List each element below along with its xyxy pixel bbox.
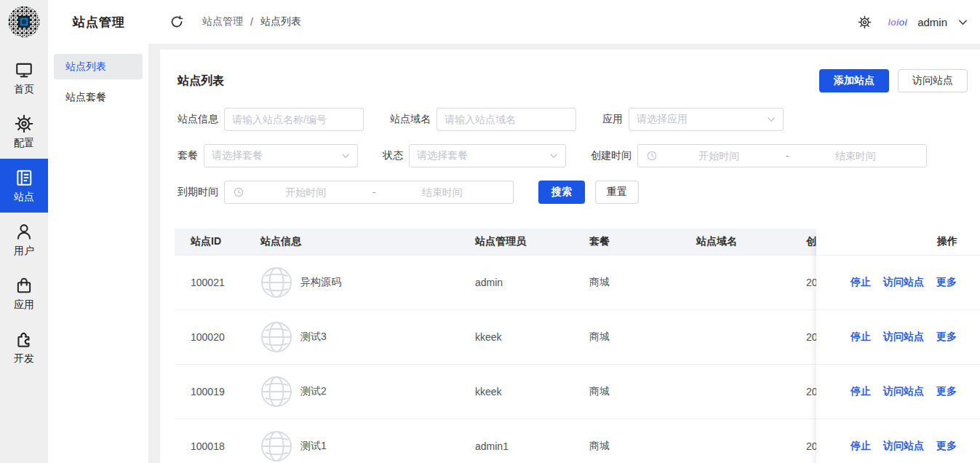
breadcrumb: 站点管理 / 站点列表 [202, 15, 301, 28]
status-label: 状态 [383, 149, 403, 162]
user-icon [15, 222, 33, 241]
top-header: 站点管理 站点管理 / 站点列表 loioi [48, 0, 980, 44]
col-package: 套餐 [575, 235, 684, 248]
visit-site-link[interactable]: 访问站点 [883, 331, 924, 344]
chevron-down-icon [341, 151, 350, 160]
chevron-down-icon[interactable] [957, 17, 968, 28]
chevron-down-icon [549, 151, 558, 160]
sidebar-item-label: 首页 [14, 83, 34, 96]
col-site-info: 站点信息 [247, 235, 462, 248]
more-link[interactable]: 更多 [936, 276, 957, 289]
sidebar-item-sites[interactable]: 站点 [0, 159, 48, 213]
sidebar-item-home[interactable]: 首页 [0, 51, 48, 105]
site-table: 站点ID 站点信息 站点管理员 套餐 站点域名 创建时间 100021 [175, 229, 980, 463]
status-select[interactable]: 请选择套餐 [409, 144, 566, 167]
created-start-input[interactable] [657, 150, 781, 162]
breadcrumb-item-current: 站点列表 [260, 15, 301, 28]
chevron-down-icon [767, 115, 776, 124]
content-area: 站点列表 添加站点 访问站点 站点信息 站点域名 应用 [148, 44, 980, 463]
sidebar-item-dev[interactable]: 开发 [0, 320, 48, 374]
site-domain-label: 站点域名 [390, 113, 431, 126]
add-site-button[interactable]: 添加站点 [819, 69, 889, 92]
created-time-label: 创建时间 [591, 149, 632, 162]
row-actions: 停止 访问站点 更多 [816, 310, 980, 365]
globe-icon [260, 266, 292, 298]
site-list-card: 站点列表 添加站点 访问站点 站点信息 站点域名 应用 [160, 50, 980, 463]
sidebar-item-config[interactable]: 配置 [0, 105, 48, 159]
site-admin: kkeek [462, 386, 575, 397]
more-link[interactable]: 更多 [936, 385, 957, 398]
submenu-item-site-list[interactable]: 站点列表 [54, 54, 143, 79]
clock-icon [234, 187, 244, 197]
clock-icon [647, 151, 657, 161]
submenu-item-site-package[interactable]: 站点套餐 [54, 84, 143, 110]
breadcrumb-item[interactable]: 站点管理 [202, 15, 243, 28]
visit-site-link[interactable]: 访问站点 [883, 440, 924, 453]
search-button[interactable]: 搜索 [538, 181, 585, 204]
rail-items: 首页 配置 站点 [0, 44, 48, 374]
site-domain-input[interactable] [437, 108, 576, 131]
more-link[interactable]: 更多 [936, 440, 957, 453]
settings-gear-icon[interactable] [858, 15, 872, 29]
monitor-icon [15, 60, 33, 79]
breadcrumb-separator: / [250, 16, 253, 28]
sidebar-item-users[interactable]: 用户 [0, 213, 48, 266]
logo-area[interactable] [0, 0, 48, 44]
site-list-icon [15, 168, 33, 187]
site-name: 异构源码 [300, 276, 341, 289]
site-id: 100020 [175, 331, 247, 343]
expire-start-input[interactable] [244, 186, 368, 198]
card-title: 站点列表 [178, 74, 224, 89]
created-time-range[interactable]: - [637, 144, 927, 167]
globe-icon [260, 321, 292, 353]
visit-site-link[interactable]: 访问站点 [883, 385, 924, 398]
app-select[interactable]: 请选择应用 [629, 108, 784, 131]
expire-time-label: 到期时间 [178, 186, 218, 199]
stop-link[interactable]: 停止 [850, 385, 871, 398]
globe-icon [260, 376, 292, 408]
stop-link[interactable]: 停止 [850, 440, 871, 453]
visit-site-link[interactable]: 访问站点 [883, 276, 924, 289]
gear-icon [15, 114, 33, 133]
col-site-id: 站点ID [175, 235, 247, 248]
row-actions: 停止 访问站点 更多 [816, 419, 980, 463]
icon-rail-sidebar: 首页 配置 站点 [0, 0, 48, 463]
filter-form: 站点信息 站点域名 应用 请选择应用 [160, 92, 980, 204]
sidebar-item-label: 用户 [14, 245, 34, 258]
expire-end-input[interactable] [380, 186, 504, 198]
fixed-action-column: 操作 停止 访问站点 更多 停止 访问站点 更多 [816, 229, 980, 463]
stop-link[interactable]: 停止 [850, 331, 871, 344]
site-admin: admin [462, 277, 575, 288]
site-name: 测试3 [300, 331, 327, 344]
site-package: 商城 [575, 276, 684, 289]
site-name: 测试2 [300, 385, 327, 398]
app-label: 应用 [602, 113, 623, 126]
site-package: 商城 [575, 331, 684, 344]
stop-link[interactable]: 停止 [850, 276, 871, 289]
user-menu[interactable]: admin [917, 16, 947, 28]
site-info-input[interactable] [224, 108, 364, 131]
visit-site-button[interactable]: 访问站点 [898, 69, 968, 92]
expire-time-range[interactable]: - [224, 181, 514, 204]
app-bag-icon [15, 276, 33, 295]
row-actions: 停止 访问站点 更多 [816, 365, 980, 419]
site-admin: admin1 [462, 440, 575, 452]
page-title: 站点管理 [73, 14, 125, 31]
site-id: 100021 [175, 277, 247, 288]
site-info-label: 站点信息 [178, 113, 218, 126]
sidebar-item-label: 应用 [14, 298, 34, 312]
reset-button[interactable]: 重置 [595, 181, 639, 204]
package-label: 套餐 [178, 149, 198, 162]
sub-sidebar: 站点列表 站点套餐 [48, 44, 148, 463]
sidebar-item-apps[interactable]: 应用 [0, 266, 48, 320]
sidebar-item-label: 开发 [14, 352, 34, 365]
created-end-input[interactable] [793, 150, 917, 162]
package-select[interactable]: 请选择套餐 [204, 144, 358, 167]
row-actions: 停止 访问站点 更多 [816, 256, 980, 310]
site-name: 测试1 [300, 440, 327, 453]
site-admin: kkeek [462, 331, 575, 343]
col-actions: 操作 [816, 229, 980, 256]
more-link[interactable]: 更多 [936, 331, 957, 344]
app-window: 首页 配置 站点 [0, 0, 980, 463]
refresh-icon[interactable] [170, 15, 183, 28]
